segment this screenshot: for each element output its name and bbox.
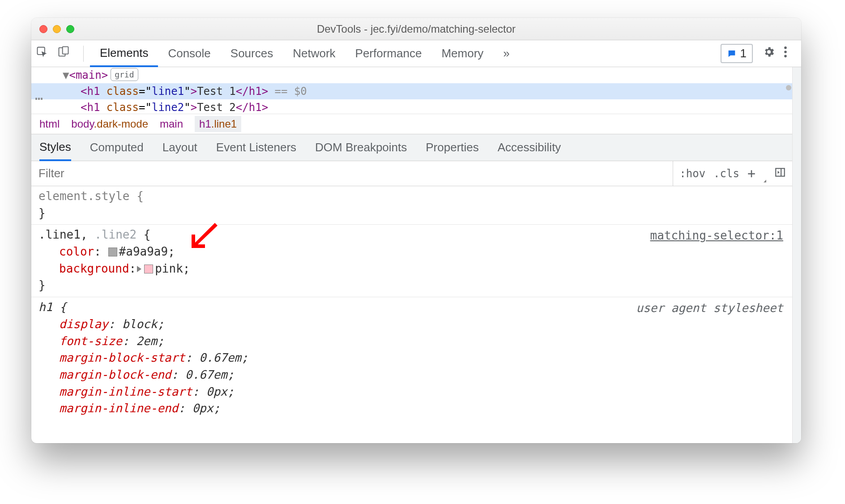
subtab-event-listeners[interactable]: Event Listeners (216, 141, 296, 154)
decl-mbs[interactable]: margin-block-start: 0.67em; (38, 350, 785, 367)
grid-badge[interactable]: grid (111, 68, 138, 81)
styles-tab-bar: Styles Computed Layout Event Listeners D… (31, 134, 792, 161)
styles-pane[interactable]: element.style { } matching-selector:1 .l… (31, 186, 792, 443)
svg-point-3 (784, 47, 787, 49)
expand-icon[interactable] (137, 266, 141, 272)
rule-matched[interactable]: matching-selector:1 .line1, .line2 { col… (31, 225, 792, 297)
decl-mbe[interactable]: margin-block-end: 0.67em; (38, 367, 785, 384)
tab-console[interactable]: Console (158, 40, 220, 67)
cls-toggle[interactable]: .cls (713, 167, 739, 180)
console-messages-badge[interactable]: 1 (721, 44, 753, 63)
svg-rect-6 (776, 168, 785, 176)
settings-icon[interactable] (763, 46, 775, 61)
subtab-styles[interactable]: Styles (39, 135, 71, 161)
new-style-rule-button[interactable]: + (747, 167, 755, 180)
titlebar: DevTools - jec.fyi/demo/matching-selecto… (31, 18, 801, 40)
decl-color[interactable]: color: #a9a9a9; (38, 243, 785, 261)
more-icon[interactable] (783, 46, 788, 61)
decl-display[interactable]: display: block; (38, 316, 785, 333)
hov-toggle[interactable]: :hov (679, 167, 705, 180)
tab-network[interactable]: Network (283, 40, 345, 67)
svg-rect-2 (63, 47, 68, 54)
crumb-active[interactable]: h1.line1 (195, 116, 241, 132)
crumb-html[interactable]: html (39, 118, 60, 130)
devtools-window: DevTools - jec.fyi/demo/matching-selecto… (31, 18, 801, 443)
resize-corner-icon[interactable]: ◢ (764, 178, 766, 183)
decl-mis[interactable]: margin-inline-start: 0px; (38, 384, 785, 401)
dom-row-selected[interactable]: <h1 class="line1">Test 1</h1> == $0 (31, 83, 792, 99)
tabs-overflow-button[interactable]: » (493, 40, 519, 67)
subtab-computed[interactable]: Computed (90, 141, 144, 154)
svg-point-5 (784, 55, 787, 58)
scrollbar-thumb[interactable] (786, 85, 791, 90)
scrollbar[interactable] (792, 67, 801, 443)
main-tab-bar: Elements Console Sources Network Perform… (31, 40, 801, 67)
tab-elements[interactable]: Elements (90, 41, 158, 67)
rule-user-agent[interactable]: user agent stylesheet h1 { display: bloc… (31, 297, 792, 420)
styles-filter-input[interactable] (31, 161, 673, 186)
color-swatch[interactable] (144, 265, 153, 273)
rule-source-link[interactable]: matching-selector:1 (650, 227, 783, 244)
breadcrumb: html body.dark-mode main h1.line1 (31, 114, 792, 134)
window-title: DevTools - jec.fyi/demo/matching-selecto… (31, 23, 801, 35)
overflow-dots-icon[interactable]: … (35, 85, 44, 105)
tab-memory[interactable]: Memory (431, 40, 493, 67)
crumb-main[interactable]: main (160, 118, 183, 130)
rule-element-style[interactable]: element.style { } (31, 186, 792, 225)
dom-row-h1-line2[interactable]: <h1 class="line2">Test 2</h1> (31, 99, 792, 114)
toggle-sidebar-icon[interactable] (774, 167, 786, 181)
color-swatch[interactable] (108, 248, 117, 256)
message-count: 1 (740, 47, 747, 60)
decl-background[interactable]: background:pink; (38, 261, 785, 278)
tab-performance[interactable]: Performance (346, 40, 432, 67)
crumb-body[interactable]: body.dark-mode (71, 118, 148, 130)
subtab-accessibility[interactable]: Accessibility (498, 141, 561, 154)
decl-mie[interactable]: margin-inline-end: 0px; (38, 400, 785, 417)
svg-point-4 (784, 51, 787, 53)
dom-tree[interactable]: … ▼<main>grid <h1 class="line1">Test 1</… (31, 67, 792, 114)
rule-source-ua: user agent stylesheet (636, 300, 783, 317)
decl-font-size[interactable]: font-size: 2em; (38, 333, 785, 350)
device-toggle-icon[interactable] (57, 46, 70, 61)
dom-row-main[interactable]: ▼<main>grid (31, 67, 792, 83)
styles-filter-bar: :hov .cls + ◢ (31, 161, 792, 186)
subtab-properties[interactable]: Properties (426, 141, 479, 154)
inspect-icon[interactable] (36, 46, 48, 61)
subtab-dom-breakpoints[interactable]: DOM Breakpoints (315, 141, 407, 154)
subtab-layout[interactable]: Layout (162, 141, 197, 154)
tab-sources[interactable]: Sources (221, 40, 283, 67)
